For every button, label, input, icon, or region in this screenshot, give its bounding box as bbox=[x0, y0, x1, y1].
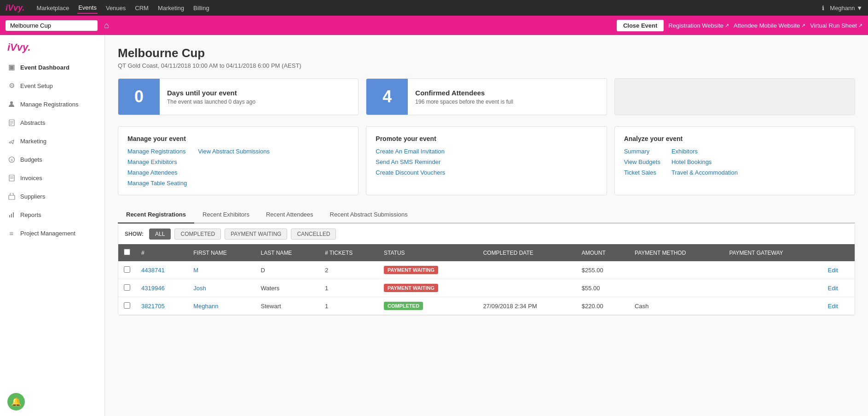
col-completed-date: COMPLETED DATE bbox=[478, 244, 576, 261]
row-edit-link[interactable]: Edit bbox=[828, 303, 838, 310]
exhibitors-link[interactable]: Exhibitors bbox=[671, 148, 738, 155]
col-payment-method: PAYMENT METHOD bbox=[629, 244, 723, 261]
sidebar-item-project-management[interactable]: ≡ Project Management bbox=[0, 224, 104, 242]
project-management-icon: ≡ bbox=[7, 229, 16, 237]
nav-crm[interactable]: CRM bbox=[134, 3, 150, 13]
close-event-button[interactable]: Close Event bbox=[617, 20, 664, 31]
nav-venues[interactable]: Venues bbox=[105, 3, 127, 13]
row-edit-link[interactable]: Edit bbox=[828, 285, 838, 292]
row-status: COMPLETED bbox=[378, 297, 478, 315]
stat-number-attendees: 4 bbox=[366, 79, 408, 115]
svg-rect-10 bbox=[9, 195, 15, 199]
col-last-name: LAST NAME bbox=[255, 244, 319, 261]
invoices-icon bbox=[7, 174, 16, 182]
external-link-icon-3: ↗ bbox=[858, 23, 862, 29]
tab-recent-attendees[interactable]: Recent Attendees bbox=[258, 206, 322, 223]
registration-website-link[interactable]: Registration Website ↗ bbox=[668, 22, 729, 29]
select-all-checkbox[interactable] bbox=[124, 249, 130, 255]
tab-recent-registrations[interactable]: Recent Registrations bbox=[118, 206, 194, 223]
filter-all[interactable]: ALL bbox=[149, 229, 171, 240]
row-checkbox[interactable] bbox=[124, 266, 130, 273]
filter-label: SHOW: bbox=[125, 231, 144, 237]
sidebar-item-marketing[interactable]: Marketing bbox=[0, 132, 104, 150]
filter-payment-waiting[interactable]: PAYMENT WAITING bbox=[225, 229, 287, 240]
attendee-mobile-website-link[interactable]: Attendee Mobile Website ↗ bbox=[734, 22, 805, 29]
user-menu[interactable]: Meghann ▼ bbox=[830, 5, 862, 12]
svg-text:$: $ bbox=[11, 158, 13, 162]
row-edit-link[interactable]: Edit bbox=[828, 267, 838, 274]
table-header: # FIRST NAME LAST NAME # TICKETS STATUS … bbox=[118, 244, 855, 261]
email-invitation-link[interactable]: Create An Email Invitation bbox=[376, 148, 597, 155]
stat-card-empty bbox=[614, 78, 855, 115]
sidebar-item-reports[interactable]: Reports bbox=[0, 205, 104, 224]
sidebar-logo: iVvy. bbox=[0, 35, 104, 58]
row-id-link[interactable]: 3821705 bbox=[141, 303, 165, 310]
event-selector[interactable]: Melbourne Cup bbox=[6, 20, 98, 31]
view-budgets-link[interactable]: View Budgets bbox=[624, 158, 660, 165]
event-bar-actions: Close Event Registration Website ↗ Atten… bbox=[617, 20, 862, 31]
nav-marketplace[interactable]: Marketplace bbox=[35, 3, 70, 13]
virtual-run-sheet-link[interactable]: Virtual Run Sheet ↗ bbox=[810, 22, 862, 29]
budgets-icon: $ bbox=[7, 155, 16, 164]
tab-recent-abstract-submissions[interactable]: Recent Abstract Submissions bbox=[322, 206, 416, 223]
top-nav-logo: iVvy. bbox=[6, 3, 24, 13]
discount-vouchers-link[interactable]: Create Discount Vouchers bbox=[376, 169, 597, 176]
row-amount: $220.00 bbox=[576, 297, 629, 315]
marketing-icon bbox=[7, 137, 16, 145]
hotel-bookings-link[interactable]: Hotel Bookings bbox=[671, 158, 738, 165]
sidebar-item-event-dashboard[interactable]: ▣ Event Dashboard bbox=[0, 58, 104, 76]
status-badge: PAYMENT WAITING bbox=[384, 284, 438, 292]
filter-cancelled[interactable]: CANCELLED bbox=[291, 229, 336, 240]
top-nav-right: ℹ Meghann ▼ bbox=[822, 5, 862, 12]
manage-exhibitors-link[interactable]: Manage Exhibitors bbox=[127, 158, 187, 165]
filter-completed[interactable]: COMPLETED bbox=[174, 229, 221, 240]
manage-table-seating-link[interactable]: Manage Table Seating bbox=[127, 180, 187, 187]
sidebar-item-suppliers[interactable]: Suppliers bbox=[0, 187, 104, 205]
row-firstname-link[interactable]: Josh bbox=[193, 285, 206, 292]
row-checkbox[interactable] bbox=[124, 284, 130, 291]
nav-billing[interactable]: Billing bbox=[192, 3, 210, 13]
page-subtitle: QT Gold Coast, 04/11/2018 10:00 AM to 04… bbox=[118, 62, 855, 69]
row-payment-method: Cash bbox=[629, 297, 723, 315]
manage-attendees-link[interactable]: Manage Attendees bbox=[127, 169, 187, 176]
ticket-sales-link[interactable]: Ticket Sales bbox=[624, 169, 660, 176]
sidebar-item-manage-registrations[interactable]: Manage Registrations bbox=[0, 95, 104, 113]
filter-row: SHOW: ALL COMPLETED PAYMENT WAITING CANC… bbox=[118, 224, 855, 244]
stat-card-days: 0 Days until your event The event was la… bbox=[118, 78, 359, 115]
travel-accommodation-link[interactable]: Travel & Accommodation bbox=[671, 169, 738, 176]
sidebar-item-abstracts[interactable]: Abstracts bbox=[0, 113, 104, 132]
notifications-button[interactable]: 🔔 bbox=[7, 393, 25, 410]
table-row: 4438741 M D 2 PAYMENT WAITING $255.00 Ed… bbox=[118, 261, 855, 279]
manage-registrations-link[interactable]: Manage Registrations bbox=[127, 148, 187, 155]
stat-label-days: Days until your event bbox=[167, 89, 255, 97]
sidebar-item-event-setup[interactable]: ⚙ Event Setup bbox=[0, 76, 104, 95]
row-firstname-link[interactable]: Meghann bbox=[193, 303, 218, 310]
info-icon[interactable]: ℹ bbox=[822, 5, 824, 12]
row-tickets: 1 bbox=[319, 297, 378, 315]
registrations-icon bbox=[7, 100, 16, 108]
sidebar-item-budgets[interactable]: $ Budgets bbox=[0, 150, 104, 169]
body-layout: iVvy. ▣ Event Dashboard ⚙ Event Setup Ma… bbox=[0, 35, 868, 416]
summary-link[interactable]: Summary bbox=[624, 148, 660, 155]
row-checkbox[interactable] bbox=[124, 302, 130, 309]
nav-events[interactable]: Events bbox=[77, 2, 98, 14]
suppliers-icon bbox=[7, 192, 16, 200]
nav-marketing[interactable]: Marketing bbox=[157, 3, 185, 13]
sms-reminder-link[interactable]: Send An SMS Reminder bbox=[376, 158, 597, 165]
tab-recent-exhibitors[interactable]: Recent Exhibitors bbox=[194, 206, 258, 223]
view-abstract-submissions-link[interactable]: View Abstract Submissions bbox=[198, 148, 270, 155]
table-body: 4438741 M D 2 PAYMENT WAITING $255.00 Ed… bbox=[118, 261, 855, 315]
sidebar-item-label: Reports bbox=[20, 211, 41, 218]
stat-info-attendees: Confirmed Attendees 196 more spaces befo… bbox=[408, 83, 521, 111]
row-id-link[interactable]: 4438741 bbox=[141, 267, 165, 274]
row-id-link[interactable]: 4319946 bbox=[141, 285, 165, 292]
row-amount: $55.00 bbox=[576, 279, 629, 297]
analyze-card-title: Analyze your event bbox=[624, 135, 845, 142]
sidebar-item-label: Invoices bbox=[20, 175, 42, 182]
sidebar-item-invoices[interactable]: Invoices bbox=[0, 169, 104, 187]
tabs-header: Recent Registrations Recent Exhibitors R… bbox=[118, 206, 855, 223]
table-row: 3821705 Meghann Stewart 1 COMPLETED 27/0… bbox=[118, 297, 855, 315]
row-firstname-link[interactable]: M bbox=[193, 267, 198, 274]
home-button[interactable]: ⌂ bbox=[102, 19, 111, 32]
row-checkbox-cell bbox=[118, 261, 136, 279]
